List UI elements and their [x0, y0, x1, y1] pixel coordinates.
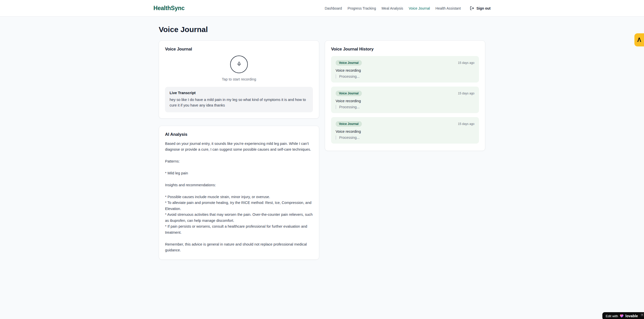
nav-voice-journal[interactable]: Voice Journal [409, 6, 430, 10]
entry-type-badge: Voice Journal [336, 60, 362, 66]
page-title: Voice Journal [159, 25, 485, 34]
sign-out-button[interactable]: Sign out [470, 6, 491, 10]
entry-timestamp: 15 days ago [458, 122, 474, 126]
ai-analysis-text: Based on your journal entry, it sounds l… [165, 141, 313, 253]
entry-type-badge: Voice Journal [336, 91, 362, 96]
entry-timestamp: 15 days ago [458, 61, 474, 65]
nav-progress-tracking[interactable]: Progress Tracking [347, 6, 376, 10]
live-transcript-text: hey so like I do have a mild pain in my … [170, 97, 308, 108]
edit-badge-brand: lovable [625, 314, 638, 318]
entry-status: Processing... [336, 74, 474, 78]
lovable-badge-icon: Λ [637, 37, 641, 43]
history-entry[interactable]: Voice Journal 15 days ago Voice recordin… [331, 117, 479, 144]
history-entry[interactable]: Voice Journal 15 days ago Voice recordin… [331, 87, 479, 113]
entry-status: Processing... [336, 105, 474, 109]
entry-title: Voice recording [336, 68, 474, 72]
live-transcript-title: Live Transcript [170, 91, 308, 95]
nav-health-assistant[interactable]: Health Assistant [436, 6, 461, 10]
close-icon[interactable]: × [640, 313, 644, 317]
history-entry[interactable]: Voice Journal 15 days ago Voice recordin… [331, 56, 479, 83]
nav-dashboard[interactable]: Dashboard [325, 6, 342, 10]
entry-status: Processing... [336, 136, 474, 140]
edit-with-lovable-badge[interactable]: Edit with lovable × [602, 312, 644, 319]
ai-analysis-title: AI Analysis [165, 132, 313, 137]
brand-logo[interactable]: HealthSync [153, 5, 184, 12]
entry-title: Voice recording [336, 99, 474, 103]
side-panel-toggle-button[interactable]: Λ [634, 33, 644, 46]
live-transcript-panel: Live Transcript hey so like I do have a … [165, 87, 313, 112]
entry-type-badge: Voice Journal [336, 121, 362, 127]
entry-title: Voice recording [336, 129, 474, 134]
record-button[interactable] [230, 56, 248, 73]
app-header: HealthSync Dashboard Progress Tracking M… [0, 0, 644, 17]
nav-meal-analysis[interactable]: Meal Analysis [382, 6, 403, 10]
record-hint: Tap to start recording [165, 77, 313, 81]
main-nav: Dashboard Progress Tracking Meal Analysi… [325, 6, 491, 10]
entry-timestamp: 15 days ago [458, 92, 474, 95]
heart-icon [620, 314, 624, 318]
microphone-icon [237, 62, 241, 67]
edit-badge-prefix: Edit with [606, 314, 618, 318]
history-card-title: Voice Journal History [331, 47, 479, 51]
ai-analysis-card: AI Analysis Based on your journal entry,… [159, 126, 319, 260]
recorder-card-title: Voice Journal [165, 47, 313, 51]
sign-out-icon [470, 6, 474, 10]
voice-journal-history-card: Voice Journal History Voice Journal 15 d… [325, 40, 485, 151]
voice-recorder-card: Voice Journal Tap to start recording [159, 40, 319, 119]
sign-out-label: Sign out [476, 6, 491, 10]
main-content: Voice Journal Voice Journal [159, 25, 485, 260]
